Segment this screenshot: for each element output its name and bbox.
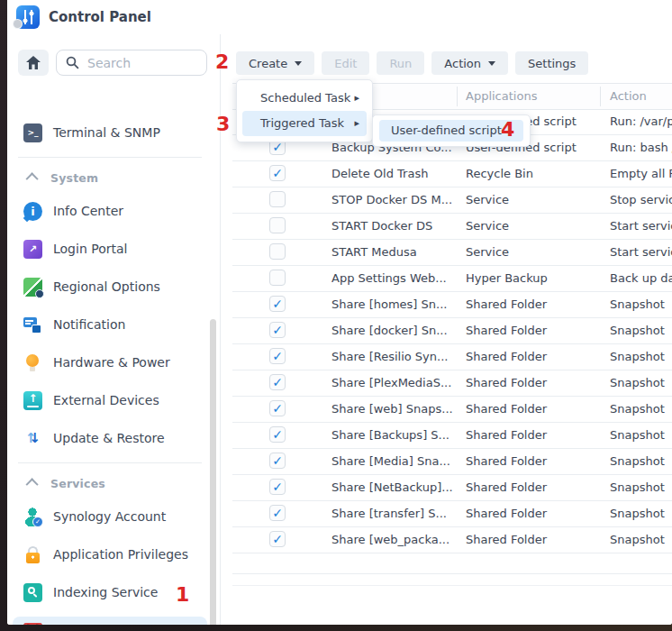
task-action: Snapshot: [610, 318, 665, 343]
menu-item-triggered-task[interactable]: Triggered Task: [242, 111, 367, 136]
table-row[interactable]: Share [homes] Sn... Shared Folder Snapsh…: [232, 292, 672, 318]
sidebar-item-application-privileges[interactable]: Application Privileges: [13, 541, 207, 568]
table-row[interactable]: Share [Resilio Syn... Shared Folder Snap…: [232, 344, 672, 370]
task-application: Shared Folder: [466, 423, 547, 448]
task-name: Share [web_packa...: [331, 527, 450, 553]
terminal-icon: [23, 123, 42, 142]
table-row[interactable]: Share [NetBackup]... Shared Folder Snaps…: [232, 475, 672, 501]
annotation-step-2: 2: [215, 52, 229, 72]
search-box: [56, 50, 207, 76]
sidebar-item-synology-account[interactable]: Synology Account: [13, 503, 207, 530]
task-name: Share [Backups] S...: [331, 423, 450, 448]
row-checkbox[interactable]: [269, 296, 286, 312]
home-button[interactable]: [18, 50, 49, 76]
sidebar-item-info-center[interactable]: Info Center: [13, 197, 207, 224]
table-row[interactable]: STOP Docker DS M... Service Stop servic: [232, 187, 672, 214]
table-row[interactable]: Share [web_packa... Shared Folder Snapsh…: [232, 527, 672, 553]
row-checkbox[interactable]: [269, 243, 286, 260]
sidebar-section-services[interactable]: Services: [13, 474, 207, 492]
task-name: STOP Docker DS M...: [331, 187, 452, 213]
settings-button[interactable]: Settings: [515, 51, 588, 75]
task-name: Share [Resilio Syn...: [331, 344, 448, 370]
task-action: Back up da: [610, 266, 672, 291]
table-row[interactable]: Share [Media] Sna... Shared Folder Snaps…: [232, 449, 672, 475]
column-header-applications[interactable]: Applications: [466, 84, 537, 108]
submenu-arrow-icon: [354, 111, 359, 136]
row-checkbox[interactable]: [269, 479, 286, 495]
info-center-icon: [23, 202, 42, 221]
table-row[interactable]: START Medusa Service Start servic: [232, 240, 672, 266]
edit-button[interactable]: Edit: [322, 51, 369, 75]
column-divider: [457, 87, 458, 106]
task-name: Share [PlexMediaS...: [331, 370, 451, 396]
button-label: Create: [249, 57, 287, 70]
table-row[interactable]: Share [web] Snaps... Shared Folder Snaps…: [232, 397, 672, 423]
task-name: Share [homes] Sn...: [331, 292, 447, 317]
task-name: Share [Media] Sna...: [331, 449, 450, 474]
caret-down-icon: [488, 61, 495, 66]
sidebar-item-task-scheduler[interactable]: Task Scheduler: [13, 617, 207, 625]
table-row[interactable]: Share [PlexMediaS... Shared Folder Snaps…: [232, 370, 672, 397]
sidebar-item-external-devices[interactable]: External Devices: [13, 387, 207, 414]
external-devices-icon: [23, 391, 42, 410]
row-checkbox[interactable]: [269, 270, 286, 286]
task-action: Empty all R: [610, 161, 672, 187]
table-row[interactable]: Share [transfer] S... Shared Folder Snap…: [232, 501, 672, 527]
task-application: Hyper Backup: [466, 266, 548, 291]
sidebar-item-update-restore[interactable]: Update & Restore: [13, 425, 207, 452]
task-name: Share [web] Snaps...: [331, 397, 453, 422]
task-name: START Medusa: [331, 240, 417, 265]
sidebar-item-terminal-snmp[interactable]: Terminal & SNMP: [13, 119, 207, 146]
task-action: Start servic: [610, 240, 672, 265]
row-checkbox[interactable]: [269, 374, 286, 390]
task-action: Snapshot: [610, 449, 665, 474]
task-name: Share [NetBackup]...: [331, 475, 453, 500]
menu-item-scheduled-task[interactable]: Scheduled Task: [242, 86, 367, 111]
main-panel: Create Edit Run Action Settings Applicat…: [221, 34, 672, 625]
sidebar-item-notification[interactable]: Notification: [13, 311, 207, 338]
row-checkbox[interactable]: [269, 531, 286, 547]
create-button[interactable]: Create: [236, 51, 314, 75]
sidebar-item-hardware-power[interactable]: Hardware & Power: [13, 349, 207, 376]
update-restore-icon: [23, 429, 42, 448]
row-checkbox[interactable]: [269, 165, 286, 181]
row-checkbox[interactable]: [269, 453, 286, 469]
row-checkbox[interactable]: [269, 400, 286, 416]
task-application: Shared Folder: [466, 292, 547, 317]
run-button[interactable]: Run: [377, 51, 424, 75]
sidebar-scrollbar[interactable]: [210, 319, 216, 625]
action-button[interactable]: Action: [431, 51, 508, 75]
column-header-action[interactable]: Action: [610, 84, 647, 108]
task-application: Service: [466, 187, 509, 213]
task-action: Start servic: [610, 214, 672, 239]
table-row[interactable]: App Settings Web... Hyper Backup Back up…: [232, 266, 672, 292]
sidebar-section-system[interactable]: System: [13, 169, 207, 187]
row-checkbox[interactable]: [269, 505, 286, 521]
row-checkbox[interactable]: [269, 217, 286, 233]
task-action: Run: /var/p: [610, 109, 672, 134]
task-application: Service: [466, 214, 509, 239]
title-bar: Control Panel: [7, 0, 672, 35]
sidebar-divider: [18, 157, 202, 158]
task-application: Shared Folder: [466, 449, 547, 474]
table-row[interactable]: Delete Old Trash Recycle Bin Empty all R: [232, 161, 672, 187]
menu-item-label: Scheduled Task: [260, 86, 350, 111]
task-action: Snapshot: [610, 527, 665, 553]
row-checkbox[interactable]: [269, 191, 286, 207]
chevron-up-icon: [26, 172, 39, 185]
row-checkbox[interactable]: [269, 348, 286, 364]
row-checkbox[interactable]: [269, 426, 286, 443]
task-action: Snapshot: [610, 423, 665, 448]
sidebar-item-regional-options[interactable]: Regional Options: [13, 273, 207, 300]
table-row[interactable]: Share [Backups] S... Shared Folder Snaps…: [232, 423, 672, 449]
table-row[interactable]: Share [docker] Sn... Shared Folder Snaps…: [232, 318, 672, 344]
window-title: Control Panel: [49, 9, 151, 25]
sidebar-list: Terminal & SNMP System Info Center Login…: [13, 119, 207, 625]
row-checkbox[interactable]: [269, 322, 286, 338]
task-action: Stop servic: [610, 187, 672, 213]
task-name: START Docker DS: [331, 214, 432, 239]
sidebar-item-login-portal[interactable]: Login Portal: [13, 235, 207, 262]
task-application: Shared Folder: [466, 501, 547, 526]
table-row[interactable]: START Docker DS Service Start servic: [232, 214, 672, 240]
sidebar-divider: [18, 462, 202, 463]
